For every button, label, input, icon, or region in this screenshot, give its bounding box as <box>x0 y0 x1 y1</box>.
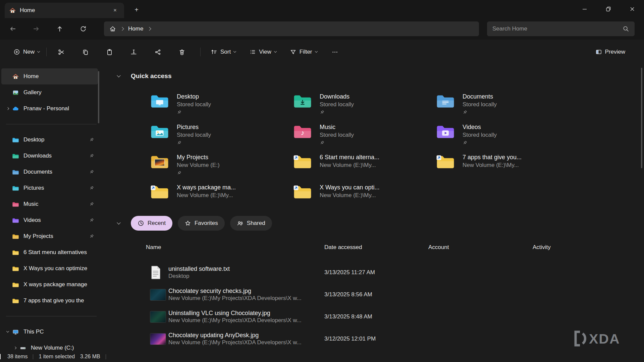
tab-shared[interactable]: Shared <box>230 216 272 231</box>
sidebar-item-my-projects[interactable]: My Projects <box>1 228 98 244</box>
preview-toggle-button[interactable]: Preview <box>591 45 629 59</box>
up-button[interactable] <box>52 21 67 36</box>
tab-close-icon[interactable]: × <box>111 6 119 15</box>
quick-access-tile-documents[interactable]: Documents Stored locally <box>436 93 573 121</box>
file-name: Chocolatey updating AnyDesk.jpg <box>168 331 324 339</box>
quick-access-tile-downloads[interactable]: Downloads Stored locally <box>293 93 430 121</box>
sidebar-item-package-managers[interactable]: X ways package manage <box>1 277 98 293</box>
tab-favorites[interactable]: Favorites <box>178 216 225 231</box>
tile-subtitle: Stored locally <box>177 101 211 108</box>
quick-access-tile-ways-optimize[interactable]: X Ways you can opti... New Volume (E:)\M… <box>293 183 430 212</box>
pictures-folder-icon <box>12 185 19 191</box>
breadcrumb-home-icon[interactable] <box>109 25 116 32</box>
downloads-folder-icon <box>12 153 19 159</box>
sidebar-item-ways-optimize[interactable]: X Ways you can optimize <box>1 260 98 277</box>
delete-button[interactable] <box>173 45 190 59</box>
pin-icon <box>177 110 181 115</box>
restore-button[interactable] <box>596 0 620 18</box>
collapse-chevron-icon[interactable] <box>3 331 12 332</box>
sidebar-item-gallery[interactable]: Gallery <box>1 84 98 101</box>
explorer-tab-home[interactable]: Home × <box>5 3 124 18</box>
view-button[interactable]: View <box>245 45 280 59</box>
quick-access-tile-videos[interactable]: Videos Stored locally <box>436 123 573 152</box>
sidebar-item-music[interactable]: Music <box>1 196 98 212</box>
file-date-accessed: 3/13/2025 8:48 AM <box>324 313 428 320</box>
pin-icon <box>89 154 94 158</box>
copy-button[interactable] <box>77 45 94 59</box>
collapse-chevron-icon[interactable] <box>115 73 122 79</box>
quick-access-tile-my-projects[interactable]: My Projects New Volume (E:) <box>150 153 287 182</box>
title-bar: Home × + <box>0 0 644 18</box>
column-header-name[interactable]: Name <box>146 244 161 251</box>
pin-icon <box>89 202 94 206</box>
search-box[interactable] <box>487 21 635 36</box>
cut-button[interactable] <box>53 45 69 59</box>
downloads-folder-icon <box>293 93 312 110</box>
sidebar-item-documents[interactable]: Documents <box>1 164 98 180</box>
sidebar-item-videos[interactable]: Videos <box>1 212 98 228</box>
sidebar-item-start-menu-alternatives[interactable]: 6 Start menu alternatives <box>1 244 98 260</box>
quick-access-tile-package-managers[interactable]: X ways package ma... New Volume (E:)\My.… <box>150 183 287 212</box>
share-button[interactable] <box>149 45 166 59</box>
back-button[interactable] <box>5 21 20 36</box>
quick-access-tile-desktop[interactable]: Desktop Stored locally <box>150 93 287 121</box>
tile-subtitle: New Volume (E:)\My... <box>320 191 379 199</box>
recent-file-row[interactable]: Chocolatey security checks.jpg New Volum… <box>103 284 644 306</box>
selection-count: 1 item selected <box>39 354 75 360</box>
sidebar-item-label: My Projects <box>23 233 53 240</box>
refresh-button[interactable] <box>76 21 91 36</box>
delete-icon <box>178 49 185 56</box>
my-projects-folder-icon <box>12 233 19 240</box>
sidebar-item-downloads[interactable]: Downloads <box>1 148 98 164</box>
folder-icon <box>12 249 19 256</box>
column-header-activity[interactable]: Activity <box>533 244 551 251</box>
more-options-button[interactable] <box>327 45 343 59</box>
search-icon[interactable] <box>623 25 629 32</box>
sidebar-item-home[interactable]: Home <box>1 68 98 84</box>
vertical-scrollbar[interactable] <box>641 68 642 168</box>
expand-chevron-icon[interactable] <box>11 347 19 349</box>
search-input[interactable] <box>492 25 623 32</box>
column-header-account[interactable]: Account <box>428 244 449 251</box>
pin-icon <box>177 140 181 145</box>
tab-recent[interactable]: Recent <box>131 216 172 231</box>
close-button[interactable] <box>620 0 644 18</box>
sidebar-item-new-volume-c[interactable]: New Volume (C:) <box>1 340 98 351</box>
sidebar-item-desktop[interactable]: Desktop <box>1 132 98 148</box>
file-location: Desktop <box>168 273 324 280</box>
breadcrumb-segment-home[interactable]: Home <box>128 25 143 32</box>
sidebar-separator <box>6 316 97 316</box>
rename-button[interactable] <box>125 45 142 59</box>
sort-button[interactable]: Sort <box>207 45 240 59</box>
shortcut-arrow-icon <box>151 185 156 190</box>
sidebar-scrollbar[interactable] <box>98 71 99 123</box>
sidebar-item-onedrive[interactable]: Pranav - Personal <box>1 101 98 117</box>
recent-file-row[interactable]: Chocolatey updating AnyDesk.jpg New Volu… <box>103 328 644 350</box>
new-button[interactable]: New <box>9 45 44 59</box>
paste-button[interactable] <box>101 45 118 59</box>
tile-name: Desktop <box>177 93 211 101</box>
expand-chevron-icon[interactable] <box>3 108 12 110</box>
forward-button[interactable] <box>29 21 44 36</box>
pin-icon <box>89 170 94 174</box>
sidebar-item-7-apps[interactable]: 7 apps that give you the <box>1 293 98 309</box>
sidebar-item-this-pc[interactable]: This PC <box>1 324 98 340</box>
filter-button[interactable]: Filter <box>286 45 321 59</box>
recent-file-row[interactable]: uninstalled software.txt Desktop 3/13/20… <box>103 261 644 284</box>
tile-name: Music <box>320 123 354 131</box>
collapse-chevron-icon[interactable] <box>115 220 122 227</box>
quick-access-tile-7-apps[interactable]: 7 apps that give you... New Volume (E:)\… <box>436 153 573 182</box>
pin-icon <box>89 234 94 239</box>
quick-access-tile-pictures[interactable]: Pictures Stored locally <box>150 123 287 152</box>
minimize-button[interactable] <box>573 0 596 18</box>
column-header-date-accessed[interactable]: Date accessed <box>324 244 362 251</box>
copy-icon <box>82 49 89 56</box>
sidebar-item-pictures[interactable]: Pictures <box>1 180 98 196</box>
file-location: New Volume (E:)\My Projects\XDA Develope… <box>168 317 324 324</box>
new-tab-button[interactable]: + <box>131 5 142 15</box>
quick-access-tile-music[interactable]: ♪ Music Stored locally <box>293 123 430 152</box>
pill-label: Recent <box>148 220 166 227</box>
recent-file-row[interactable]: Uninstalling VLC using Chocolatey.jpg Ne… <box>103 306 644 328</box>
breadcrumb[interactable]: Home <box>104 21 479 36</box>
quick-access-tile-start-menu-alternatives[interactable]: 6 Start menu alterna... New Volume (E:)\… <box>293 153 430 182</box>
